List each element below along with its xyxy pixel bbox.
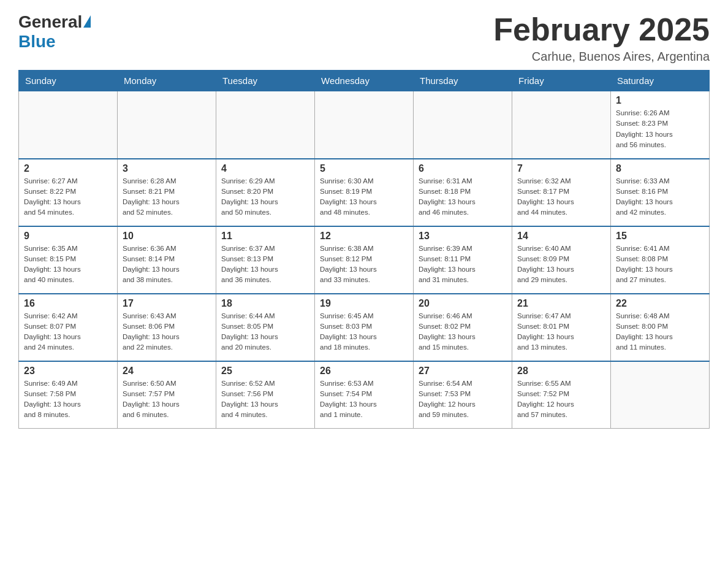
calendar-day-cell: 20Sunrise: 6:46 AM Sunset: 8:02 PM Dayli… [414,294,512,361]
calendar-day-cell: 2Sunrise: 6:27 AM Sunset: 8:22 PM Daylig… [19,159,118,226]
page-header: General Blue February 2025 Carhue, Bueno… [18,12,710,64]
calendar-day-header: Saturday [611,71,710,91]
day-number: 5 [320,163,408,174]
calendar-day-cell: 25Sunrise: 6:52 AM Sunset: 7:56 PM Dayli… [216,361,315,429]
day-number: 22 [616,298,704,309]
calendar-day-header: Wednesday [315,71,414,91]
day-number: 15 [616,231,704,242]
calendar-day-header: Tuesday [216,71,315,91]
day-number: 11 [221,231,309,242]
calendar-day-cell: 11Sunrise: 6:37 AM Sunset: 8:13 PM Dayli… [216,226,315,294]
day-info: Sunrise: 6:53 AM Sunset: 7:54 PM Dayligh… [320,378,408,421]
day-number: 7 [517,163,605,174]
calendar-day-cell: 21Sunrise: 6:47 AM Sunset: 8:01 PM Dayli… [512,294,611,361]
day-number: 2 [24,163,112,174]
calendar-day-cell [315,91,414,159]
day-info: Sunrise: 6:47 AM Sunset: 8:01 PM Dayligh… [517,311,605,353]
calendar-day-cell [512,91,611,159]
calendar-table: SundayMondayTuesdayWednesdayThursdayFrid… [18,70,710,429]
calendar-day-cell: 5Sunrise: 6:30 AM Sunset: 8:19 PM Daylig… [315,159,414,226]
calendar-week-row: 1Sunrise: 6:26 AM Sunset: 8:23 PM Daylig… [19,91,710,159]
calendar-day-cell: 12Sunrise: 6:38 AM Sunset: 8:12 PM Dayli… [315,226,414,294]
calendar-day-cell: 24Sunrise: 6:50 AM Sunset: 7:57 PM Dayli… [118,361,216,429]
month-title: February 2025 [493,12,710,47]
day-info: Sunrise: 6:28 AM Sunset: 8:21 PM Dayligh… [123,176,211,218]
day-number: 3 [123,163,211,174]
day-info: Sunrise: 6:55 AM Sunset: 7:52 PM Dayligh… [517,378,605,421]
calendar-day-cell: 26Sunrise: 6:53 AM Sunset: 7:54 PM Dayli… [315,361,414,429]
day-info: Sunrise: 6:45 AM Sunset: 8:03 PM Dayligh… [320,311,408,353]
day-number: 27 [419,366,507,377]
logo-general-text: General [18,12,82,32]
day-info: Sunrise: 6:46 AM Sunset: 8:02 PM Dayligh… [419,311,507,353]
day-number: 9 [24,231,112,242]
logo-blue-text: Blue [18,32,56,52]
day-info: Sunrise: 6:54 AM Sunset: 7:53 PM Dayligh… [419,378,507,421]
day-number: 12 [320,231,408,242]
calendar-day-header: Friday [512,71,611,91]
day-info: Sunrise: 6:49 AM Sunset: 7:58 PM Dayligh… [24,378,112,421]
calendar-day-cell: 18Sunrise: 6:44 AM Sunset: 8:05 PM Dayli… [216,294,315,361]
calendar-day-cell: 22Sunrise: 6:48 AM Sunset: 8:00 PM Dayli… [611,294,710,361]
day-number: 4 [221,163,309,174]
calendar-day-cell: 27Sunrise: 6:54 AM Sunset: 7:53 PM Dayli… [414,361,512,429]
calendar-day-header: Thursday [414,71,512,91]
day-info: Sunrise: 6:44 AM Sunset: 8:05 PM Dayligh… [221,311,309,353]
day-info: Sunrise: 6:52 AM Sunset: 7:56 PM Dayligh… [221,378,309,421]
calendar-day-cell: 8Sunrise: 6:33 AM Sunset: 8:16 PM Daylig… [611,159,710,226]
calendar-day-cell: 13Sunrise: 6:39 AM Sunset: 8:11 PM Dayli… [414,226,512,294]
calendar-day-cell: 9Sunrise: 6:35 AM Sunset: 8:15 PM Daylig… [19,226,118,294]
logo: General Blue [18,12,91,52]
day-number: 19 [320,298,408,309]
day-number: 24 [123,366,211,377]
calendar-day-cell: 14Sunrise: 6:40 AM Sunset: 8:09 PM Dayli… [512,226,611,294]
day-info: Sunrise: 6:30 AM Sunset: 8:19 PM Dayligh… [320,176,408,218]
calendar-day-cell: 7Sunrise: 6:32 AM Sunset: 8:17 PM Daylig… [512,159,611,226]
day-number: 8 [616,163,704,174]
calendar-day-cell: 1Sunrise: 6:26 AM Sunset: 8:23 PM Daylig… [611,91,710,159]
calendar-day-cell: 19Sunrise: 6:45 AM Sunset: 8:03 PM Dayli… [315,294,414,361]
calendar-week-row: 23Sunrise: 6:49 AM Sunset: 7:58 PM Dayli… [19,361,710,429]
day-number: 28 [517,366,605,377]
day-info: Sunrise: 6:48 AM Sunset: 8:00 PM Dayligh… [616,311,704,353]
calendar-day-cell: 3Sunrise: 6:28 AM Sunset: 8:21 PM Daylig… [118,159,216,226]
day-info: Sunrise: 6:31 AM Sunset: 8:18 PM Dayligh… [419,176,507,218]
day-info: Sunrise: 6:39 AM Sunset: 8:11 PM Dayligh… [419,243,507,286]
calendar-week-row: 9Sunrise: 6:35 AM Sunset: 8:15 PM Daylig… [19,226,710,294]
title-section: February 2025 Carhue, Buenos Aires, Arge… [493,12,710,64]
day-info: Sunrise: 6:40 AM Sunset: 8:09 PM Dayligh… [517,243,605,286]
day-info: Sunrise: 6:41 AM Sunset: 8:08 PM Dayligh… [616,243,704,286]
day-info: Sunrise: 6:37 AM Sunset: 8:13 PM Dayligh… [221,243,309,286]
calendar-day-cell: 4Sunrise: 6:29 AM Sunset: 8:20 PM Daylig… [216,159,315,226]
location-text: Carhue, Buenos Aires, Argentina [493,50,710,64]
day-info: Sunrise: 6:29 AM Sunset: 8:20 PM Dayligh… [221,176,309,218]
day-number: 14 [517,231,605,242]
calendar-week-row: 16Sunrise: 6:42 AM Sunset: 8:07 PM Dayli… [19,294,710,361]
day-number: 1 [616,95,704,106]
day-number: 26 [320,366,408,377]
calendar-day-cell [19,91,118,159]
calendar-day-cell: 15Sunrise: 6:41 AM Sunset: 8:08 PM Dayli… [611,226,710,294]
calendar-day-cell: 10Sunrise: 6:36 AM Sunset: 8:14 PM Dayli… [118,226,216,294]
day-number: 25 [221,366,309,377]
day-info: Sunrise: 6:50 AM Sunset: 7:57 PM Dayligh… [123,378,211,421]
day-number: 10 [123,231,211,242]
day-info: Sunrise: 6:27 AM Sunset: 8:22 PM Dayligh… [24,176,112,218]
day-info: Sunrise: 6:38 AM Sunset: 8:12 PM Dayligh… [320,243,408,286]
day-number: 6 [419,163,507,174]
calendar-day-cell: 23Sunrise: 6:49 AM Sunset: 7:58 PM Dayli… [19,361,118,429]
calendar-header-row: SundayMondayTuesdayWednesdayThursdayFrid… [19,71,710,91]
calendar-day-cell: 17Sunrise: 6:43 AM Sunset: 8:06 PM Dayli… [118,294,216,361]
calendar-day-cell [118,91,216,159]
calendar-day-cell: 28Sunrise: 6:55 AM Sunset: 7:52 PM Dayli… [512,361,611,429]
calendar-day-header: Monday [118,71,216,91]
day-number: 21 [517,298,605,309]
day-number: 17 [123,298,211,309]
day-info: Sunrise: 6:35 AM Sunset: 8:15 PM Dayligh… [24,243,112,286]
day-number: 13 [419,231,507,242]
calendar-day-cell: 6Sunrise: 6:31 AM Sunset: 8:18 PM Daylig… [414,159,512,226]
day-number: 16 [24,298,112,309]
day-number: 20 [419,298,507,309]
day-info: Sunrise: 6:26 AM Sunset: 8:23 PM Dayligh… [616,108,704,150]
day-info: Sunrise: 6:43 AM Sunset: 8:06 PM Dayligh… [123,311,211,353]
